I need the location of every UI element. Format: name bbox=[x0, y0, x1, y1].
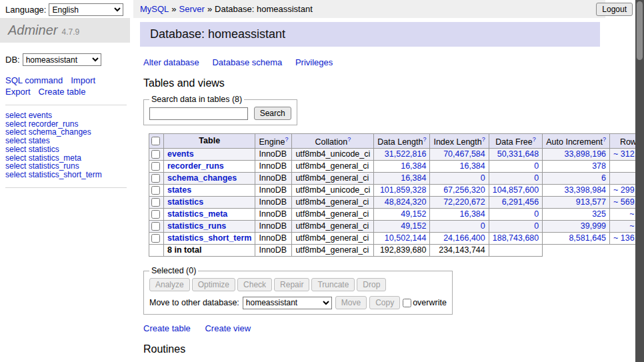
table-row: eventsInnoDButf8mb4_unicode_ci31,522,816… bbox=[149, 149, 644, 161]
language-label: Language: bbox=[5, 5, 46, 15]
data-length-link[interactable]: 31,522,816 bbox=[385, 149, 427, 159]
column-help-link[interactable]: ? bbox=[482, 136, 485, 143]
sidebar-table-link[interactable]: select states bbox=[5, 137, 127, 145]
data-free-link[interactable]: 6,291,456 bbox=[502, 197, 539, 207]
copy-button[interactable]: Copy bbox=[369, 296, 400, 309]
table-name-link[interactable]: states bbox=[167, 185, 191, 195]
search-input[interactable] bbox=[149, 107, 248, 120]
data-free-link[interactable]: 188,743,680 bbox=[493, 233, 539, 243]
table-name-link[interactable]: statistics_meta bbox=[167, 209, 227, 219]
sidebar-link-export[interactable]: Export bbox=[5, 87, 31, 97]
row-checkbox[interactable] bbox=[151, 162, 160, 171]
breadcrumb-mysql-link[interactable]: MySQL bbox=[140, 4, 169, 14]
data-length-link[interactable]: 10,502,144 bbox=[385, 233, 427, 243]
row-checkbox[interactable] bbox=[151, 174, 160, 183]
move-db-select[interactable]: homeassistant bbox=[243, 297, 332, 309]
repair-button[interactable]: Repair bbox=[274, 278, 309, 291]
row-checkbox[interactable] bbox=[151, 210, 160, 219]
data-free-link[interactable]: 0 bbox=[534, 221, 539, 231]
data-free-link[interactable]: 0 bbox=[534, 209, 539, 219]
data-free-link[interactable]: 0 bbox=[534, 173, 539, 183]
index-length-link[interactable]: 0 bbox=[481, 221, 485, 231]
auto-increment-link[interactable]: 325 bbox=[592, 209, 606, 219]
search-button[interactable]: Search bbox=[254, 107, 291, 120]
data-length-link[interactable]: 16,384 bbox=[401, 173, 426, 183]
check-button[interactable]: Check bbox=[237, 278, 272, 291]
scrollbar-thumb[interactable] bbox=[637, 1, 643, 60]
cell-data-free: 0 bbox=[489, 221, 543, 233]
index-length-link[interactable]: 16,384 bbox=[460, 161, 485, 171]
sidebar-link-create-table[interactable]: Create table bbox=[39, 87, 86, 97]
data-length-link[interactable]: 16,384 bbox=[401, 161, 426, 171]
optimize-button[interactable]: Optimize bbox=[192, 278, 235, 291]
sidebar-link-sql-command[interactable]: SQL command bbox=[5, 75, 63, 85]
index-length-link[interactable]: 70,467,584 bbox=[443, 149, 485, 159]
data-length-link[interactable]: 49,152 bbox=[401, 221, 426, 231]
language-select[interactable]: English bbox=[49, 3, 123, 16]
database-schema-link[interactable]: Database schema bbox=[212, 57, 282, 67]
sidebar-link-import[interactable]: Import bbox=[71, 75, 95, 85]
drop-button[interactable]: Drop bbox=[357, 278, 386, 291]
adminer-logo[interactable]: Adminer bbox=[8, 23, 57, 37]
data-length-link[interactable]: 101,859,328 bbox=[380, 185, 427, 195]
auto-increment-link[interactable]: 913,577 bbox=[576, 197, 606, 207]
privileges-link[interactable]: Privileges bbox=[295, 57, 333, 67]
table-name-link[interactable]: schema_changes bbox=[167, 173, 237, 183]
index-length-link[interactable]: 16,384 bbox=[460, 209, 485, 219]
auto-increment-link[interactable]: 6 bbox=[601, 173, 606, 183]
truncate-button[interactable]: Truncate bbox=[311, 278, 355, 291]
data-free-link[interactable]: 0 bbox=[534, 161, 539, 171]
index-length-link[interactable]: 72,220,672 bbox=[443, 197, 485, 207]
logout-button[interactable]: Logout bbox=[596, 3, 633, 16]
column-header: Index Length? bbox=[430, 134, 489, 149]
data-length-link[interactable]: 49,152 bbox=[401, 209, 426, 219]
column-help-link[interactable]: ? bbox=[423, 136, 426, 143]
auto-increment-link[interactable]: 39,999 bbox=[581, 221, 606, 231]
db-select[interactable]: homeassistant bbox=[23, 53, 101, 66]
auto-increment-link[interactable]: 33,398,984 bbox=[564, 185, 606, 195]
overwrite-checkbox[interactable] bbox=[403, 299, 411, 307]
sidebar-table-link[interactable]: select statistics bbox=[5, 145, 127, 154]
row-checkbox[interactable] bbox=[151, 222, 160, 231]
table-name-link[interactable]: recorder_runs bbox=[167, 161, 224, 171]
totals-empty-cell bbox=[149, 245, 164, 257]
select-all-checkbox[interactable] bbox=[151, 137, 160, 145]
breadcrumb-server-link[interactable]: Server bbox=[179, 4, 205, 14]
totals-collation: utf8mb4_general_ci bbox=[292, 245, 374, 257]
auto-increment-link[interactable]: 8,581,645 bbox=[569, 233, 606, 243]
data-length-link[interactable]: 48,824,320 bbox=[385, 197, 427, 207]
column-header-label: Data Free bbox=[495, 137, 533, 147]
column-help-link[interactable]: ? bbox=[285, 136, 288, 143]
scrollbar[interactable] bbox=[635, 0, 644, 362]
index-length-link[interactable]: 67,256,320 bbox=[443, 185, 485, 195]
row-checkbox[interactable] bbox=[151, 198, 160, 207]
auto-increment-link[interactable]: 378 bbox=[592, 161, 606, 171]
analyze-button[interactable]: Analyze bbox=[149, 278, 190, 291]
row-checkbox-cell bbox=[149, 209, 164, 221]
table-name-link[interactable]: statistics_runs bbox=[167, 221, 226, 231]
column-help-link[interactable]: ? bbox=[533, 136, 536, 143]
row-checkbox[interactable] bbox=[151, 186, 160, 195]
create-table-link[interactable]: Create table bbox=[143, 323, 191, 333]
table-name-link[interactable]: statistics bbox=[167, 197, 203, 207]
data-free-link[interactable]: 104,857,600 bbox=[493, 185, 539, 195]
create-view-link[interactable]: Create view bbox=[205, 323, 251, 333]
table-name-link[interactable]: events bbox=[167, 149, 194, 159]
column-help-link[interactable]: ? bbox=[603, 136, 606, 143]
move-button[interactable]: Move bbox=[335, 296, 367, 309]
index-length-link[interactable]: 0 bbox=[481, 173, 485, 183]
row-checkbox[interactable] bbox=[151, 234, 160, 243]
overwrite-label[interactable]: overwrite bbox=[413, 298, 447, 307]
table-name-link[interactable]: statistics_short_term bbox=[167, 233, 251, 243]
auto-increment-link[interactable]: 33,898,196 bbox=[564, 149, 606, 159]
index-length-link[interactable]: 24,166,400 bbox=[443, 233, 485, 243]
move-label: Move to other database: bbox=[149, 298, 239, 307]
sidebar-table-link[interactable]: select events bbox=[5, 111, 127, 120]
sidebar-table-link[interactable]: select statistics_short_term bbox=[5, 171, 127, 179]
alter-database-link[interactable]: Alter database bbox=[143, 57, 199, 67]
column-help-link[interactable]: ? bbox=[347, 136, 351, 143]
row-checkbox[interactable] bbox=[151, 150, 160, 159]
cell-engine: InnoDB bbox=[255, 173, 292, 185]
cell-data-length: 49,152 bbox=[374, 221, 430, 233]
data-free-link[interactable]: 50,331,648 bbox=[497, 149, 539, 159]
